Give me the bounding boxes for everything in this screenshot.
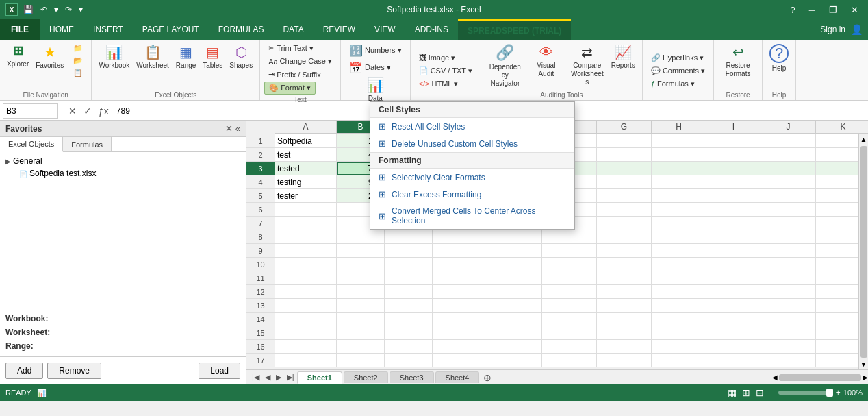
cell-a14[interactable] bbox=[275, 313, 337, 326]
shapes-button[interactable]: ⬡ Shapes bbox=[227, 42, 255, 71]
add-sheet-button[interactable]: ⊕ bbox=[483, 372, 492, 383]
dropdown-item-reset-cell-styles[interactable]: ⊞ Reset All Cell Styles bbox=[370, 118, 574, 135]
worksheet-button[interactable]: 📋 Worksheet bbox=[133, 42, 172, 71]
cell-i4[interactable] bbox=[706, 175, 761, 189]
sheet-tab-sheet4[interactable]: Sheet4 bbox=[435, 371, 480, 383]
visual-audit-button[interactable]: 👁 Visual Audit bbox=[526, 42, 566, 79]
cell-k1[interactable] bbox=[816, 134, 858, 148]
sheet-nav-last[interactable]: ▶| bbox=[284, 373, 297, 382]
cell-g8[interactable] bbox=[597, 230, 652, 244]
cell-f15[interactable] bbox=[542, 326, 597, 340]
cell-a5[interactable]: tester bbox=[275, 189, 337, 203]
undo-dropdown-button[interactable]: ▾ bbox=[51, 3, 61, 16]
customize-qat-button[interactable]: ▾ bbox=[76, 3, 86, 16]
cell-a3[interactable]: tested bbox=[275, 162, 337, 175]
cell-g11[interactable] bbox=[597, 271, 652, 285]
cell-j4[interactable] bbox=[761, 175, 816, 189]
cell-j17[interactable] bbox=[761, 354, 816, 367]
minimize-button[interactable]: ─ bbox=[805, 5, 819, 15]
cell-j2[interactable] bbox=[761, 148, 816, 162]
scroll-thumb-v[interactable] bbox=[860, 146, 867, 358]
cell-h14[interactable] bbox=[652, 313, 706, 326]
cell-k14[interactable] bbox=[816, 313, 858, 326]
cell-k10[interactable] bbox=[816, 258, 858, 271]
cell-b13[interactable] bbox=[337, 299, 385, 313]
cell-e14[interactable] bbox=[487, 313, 542, 326]
sheet-tab-sheet2[interactable]: Sheet2 bbox=[344, 371, 388, 383]
file-nav-btn2[interactable]: 📂 bbox=[69, 55, 87, 66]
cell-a9[interactable] bbox=[275, 244, 337, 258]
remove-button[interactable]: Remove bbox=[47, 363, 101, 379]
cell-i2[interactable] bbox=[706, 148, 761, 162]
cell-a15[interactable] bbox=[275, 326, 337, 340]
sidebar-tab-formulas[interactable]: Formulas bbox=[63, 137, 112, 151]
tree-item-file[interactable]: 📄 Softpedia test.xlsx bbox=[16, 167, 243, 180]
cell-i5[interactable] bbox=[706, 189, 761, 203]
cell-a11[interactable] bbox=[275, 271, 337, 285]
cell-k13[interactable] bbox=[816, 299, 858, 313]
dropdown-item-delete-unused[interactable]: ⊞ Delete Unused Custom Cell Styles bbox=[370, 135, 574, 152]
cell-c9[interactable] bbox=[385, 244, 433, 258]
workbook-button[interactable]: 📊 Workbook bbox=[96, 42, 132, 71]
cell-h13[interactable] bbox=[652, 299, 706, 313]
cell-g2[interactable] bbox=[597, 148, 652, 162]
xplorer-button[interactable]: ⊞ Xplorer bbox=[4, 42, 31, 70]
cell-g17[interactable] bbox=[597, 354, 652, 367]
cell-g14[interactable] bbox=[597, 313, 652, 326]
cell-g7[interactable] bbox=[597, 217, 652, 230]
cell-d9[interactable] bbox=[433, 244, 487, 258]
cell-i9[interactable] bbox=[706, 244, 761, 258]
page-layout-view-button[interactable]: ⊞ bbox=[742, 387, 750, 398]
compare-worksheets-button[interactable]: ⇄ Compare Worksheets bbox=[567, 42, 607, 88]
cell-h1[interactable] bbox=[652, 134, 706, 148]
cell-k4[interactable] bbox=[816, 175, 858, 189]
cell-b11[interactable] bbox=[337, 271, 385, 285]
cell-d13[interactable] bbox=[433, 299, 487, 313]
cell-f9[interactable] bbox=[542, 244, 597, 258]
cell-b17[interactable] bbox=[337, 354, 385, 367]
undo-button[interactable]: ↶ bbox=[38, 3, 50, 16]
cell-i11[interactable] bbox=[706, 271, 761, 285]
cell-d17[interactable] bbox=[433, 354, 487, 367]
cell-j3[interactable] bbox=[761, 162, 816, 175]
cell-b9[interactable] bbox=[337, 244, 385, 258]
data-button[interactable]: 📊 Data bbox=[363, 75, 387, 104]
sheet-nav-first[interactable]: |◀ bbox=[249, 373, 262, 382]
cell-a1[interactable]: Softpedia bbox=[275, 134, 337, 148]
cell-k17[interactable] bbox=[816, 354, 858, 367]
cell-i15[interactable] bbox=[706, 326, 761, 340]
col-header-a[interactable]: A bbox=[275, 121, 337, 134]
cell-h17[interactable] bbox=[652, 354, 706, 367]
col-header-j[interactable]: J bbox=[761, 121, 816, 134]
cell-b10[interactable] bbox=[337, 258, 385, 271]
cell-i14[interactable] bbox=[706, 313, 761, 326]
save-button[interactable]: 💾 bbox=[21, 3, 36, 16]
cell-h12[interactable] bbox=[652, 285, 706, 299]
cell-k11[interactable] bbox=[816, 271, 858, 285]
cell-g15[interactable] bbox=[597, 326, 652, 340]
reports-button[interactable]: 📈 Reports bbox=[609, 42, 638, 71]
cell-c8[interactable] bbox=[385, 230, 433, 244]
cell-i16[interactable] bbox=[706, 340, 761, 354]
tree-item-general[interactable]: ▶ General bbox=[3, 155, 243, 167]
prefix-suffix-button[interactable]: ⇥ Prefix / Suffix bbox=[264, 69, 325, 80]
change-case-button[interactable]: Aa Change Case ▾ bbox=[264, 56, 336, 67]
cell-a12[interactable] bbox=[275, 285, 337, 299]
cell-g13[interactable] bbox=[597, 299, 652, 313]
cell-h8[interactable] bbox=[652, 230, 706, 244]
file-nav-btn3[interactable]: 📋 bbox=[69, 67, 87, 79]
cell-reference-box[interactable] bbox=[3, 103, 58, 119]
tab-data[interactable]: DATA bbox=[273, 19, 313, 40]
trim-text-button[interactable]: ✂ Trim Text ▾ bbox=[264, 42, 318, 54]
tab-file[interactable]: FILE bbox=[0, 19, 40, 40]
cell-j6[interactable] bbox=[761, 203, 816, 217]
enter-formula-button[interactable]: ✓ bbox=[81, 106, 94, 117]
cell-j15[interactable] bbox=[761, 326, 816, 340]
dependency-navigator-button[interactable]: 🔗 Dependency Navigator bbox=[485, 42, 525, 89]
favorites-button[interactable]: ★ Favorites bbox=[33, 42, 66, 71]
cell-d8[interactable] bbox=[433, 230, 487, 244]
cell-b8[interactable] bbox=[337, 230, 385, 244]
dropdown-item-clear-excess[interactable]: ⊞ Clear Excess Formatting bbox=[370, 186, 574, 203]
tab-spreadspeed[interactable]: SPREADSPEED (TRIAL) bbox=[458, 19, 571, 40]
zoom-out-button[interactable]: ─ bbox=[769, 388, 776, 397]
